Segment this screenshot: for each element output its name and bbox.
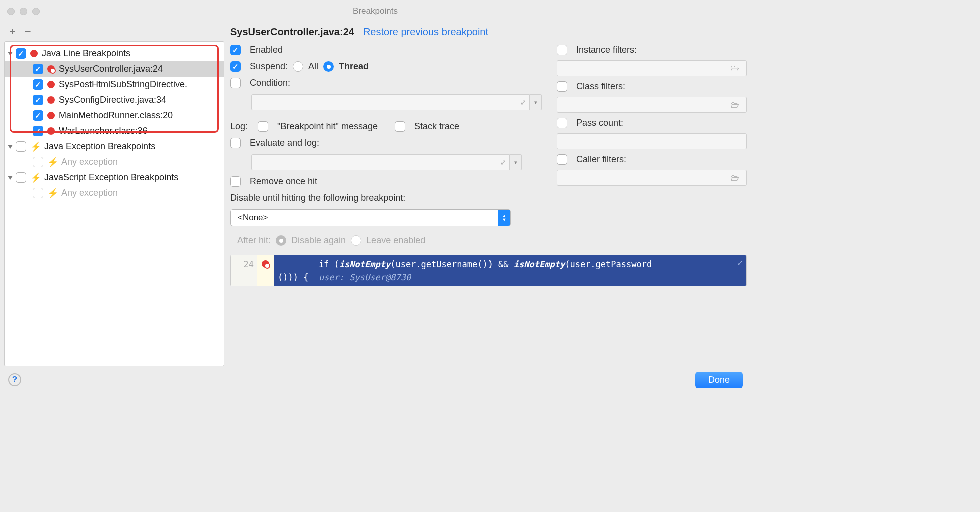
suspend-row: Suspend: All Thread bbox=[230, 61, 542, 72]
remove-breakpoint-button[interactable]: − bbox=[25, 25, 31, 38]
eval-checkbox[interactable] bbox=[230, 138, 241, 148]
after-hit-row: After hit: Disable again Leave enabled bbox=[230, 235, 542, 246]
caller-filters-checkbox[interactable] bbox=[557, 154, 567, 165]
breakpoints-tree[interactable]: Java Line Breakpoints SysUserController.… bbox=[4, 41, 224, 366]
instance-filters-checkbox[interactable] bbox=[557, 45, 567, 55]
expand-icon[interactable]: ⤢ bbox=[737, 259, 743, 267]
item-label: MainMethodRunner.class:20 bbox=[59, 110, 173, 121]
lightning-icon: ⚡ bbox=[47, 157, 58, 168]
disclosure-icon[interactable] bbox=[8, 145, 13, 149]
tree-item[interactable]: SysConfigDirective.java:34 bbox=[5, 92, 224, 108]
item-checkbox[interactable] bbox=[33, 126, 43, 136]
disclosure-icon[interactable] bbox=[8, 176, 13, 180]
code-line: ())) { user: SysUser@8730 bbox=[278, 271, 742, 284]
remove-once-checkbox[interactable] bbox=[230, 176, 241, 187]
group-checkbox[interactable] bbox=[16, 141, 26, 152]
caller-filters-field[interactable]: 🗁 bbox=[557, 170, 747, 186]
enabled-label: Enabled bbox=[250, 45, 283, 55]
suspend-all-radio[interactable] bbox=[293, 61, 303, 72]
tree-group-java-exception[interactable]: ⚡ Java Exception Breakpoints bbox=[5, 139, 224, 154]
instance-filters-field[interactable]: 🗁 bbox=[557, 60, 747, 76]
titlebar: Breakpoints bbox=[0, 0, 751, 22]
add-breakpoint-button[interactable]: + bbox=[9, 25, 16, 38]
log-stack-label: Stack trace bbox=[414, 121, 459, 132]
suspend-checkbox[interactable] bbox=[230, 61, 241, 72]
lightning-icon: ⚡ bbox=[30, 141, 41, 152]
after-hit-disable-radio bbox=[276, 235, 286, 246]
breakpoint-icon bbox=[47, 81, 55, 88]
disable-until-value: <None> bbox=[238, 213, 268, 223]
disable-until-combo[interactable]: <None> ▲▼ bbox=[230, 209, 511, 226]
condition-row: Condition: bbox=[230, 78, 542, 88]
remove-once-row: Remove once hit bbox=[230, 176, 542, 187]
suspend-thread-label: Thread bbox=[339, 61, 369, 72]
class-filters-checkbox[interactable] bbox=[557, 81, 567, 92]
expand-icon[interactable]: ⤢ bbox=[500, 158, 506, 166]
item-label: SysPostHtmlSubStringDirective. bbox=[59, 79, 187, 90]
folder-icon[interactable]: 🗁 bbox=[726, 63, 743, 74]
window-title: Breakpoints bbox=[0, 6, 751, 16]
breakpoint-muted-icon[interactable] bbox=[262, 260, 269, 268]
tree-group-java-line[interactable]: Java Line Breakpoints bbox=[5, 46, 224, 61]
restore-link[interactable]: Restore previous breakpoint bbox=[363, 26, 488, 38]
code-line: if (isNotEmpty(user.getUsername()) && is… bbox=[278, 258, 742, 271]
disable-until-label: Disable until hitting the following brea… bbox=[230, 193, 542, 203]
tree-toolbar: + − bbox=[4, 22, 224, 41]
folder-icon[interactable]: 🗁 bbox=[726, 100, 743, 110]
after-hit-leave-radio bbox=[351, 235, 361, 246]
pass-count-row: Pass count: bbox=[557, 118, 747, 128]
item-checkbox[interactable] bbox=[33, 95, 43, 105]
folder-icon[interactable]: 🗁 bbox=[726, 173, 743, 183]
breakpoint-icon bbox=[47, 96, 55, 104]
tree-group-js-exception[interactable]: ⚡ JavaScript Exception Breakpoints bbox=[5, 170, 224, 185]
caller-filters-label: Caller filters: bbox=[576, 154, 626, 165]
done-button[interactable]: Done bbox=[695, 372, 743, 388]
instance-filters-label: Instance filters: bbox=[576, 45, 637, 55]
enabled-checkbox[interactable] bbox=[230, 45, 241, 55]
tree-item[interactable]: ⚡ Any exception bbox=[5, 185, 224, 201]
tree-item[interactable]: ⚡ Any exception bbox=[5, 154, 224, 170]
after-hit-leave-label: Leave enabled bbox=[366, 235, 425, 246]
log-hit-checkbox[interactable] bbox=[258, 121, 268, 132]
help-button[interactable]: ? bbox=[8, 373, 21, 386]
suspend-thread-radio[interactable] bbox=[323, 61, 334, 72]
gutter: 24 bbox=[231, 255, 257, 286]
log-stack-checkbox[interactable] bbox=[395, 121, 405, 132]
eval-field[interactable]: ⤢ bbox=[251, 154, 510, 170]
condition-checkbox[interactable] bbox=[230, 78, 241, 88]
tree-item[interactable]: SysUserController.java:24 bbox=[5, 61, 224, 77]
group-label: Java Line Breakpoints bbox=[42, 48, 130, 59]
item-checkbox[interactable] bbox=[33, 79, 43, 90]
condition-field[interactable]: ⤢ bbox=[251, 94, 530, 110]
expand-icon[interactable]: ⤢ bbox=[520, 98, 526, 106]
condition-history-dropdown[interactable]: ▾ bbox=[530, 94, 542, 110]
item-label: WarLauncher.class:36 bbox=[59, 126, 147, 136]
item-checkbox[interactable] bbox=[33, 157, 43, 167]
group-checkbox[interactable] bbox=[16, 172, 26, 183]
item-checkbox[interactable] bbox=[33, 64, 43, 74]
item-label: SysUserController.java:24 bbox=[59, 64, 163, 74]
lightning-icon: ⚡ bbox=[47, 188, 58, 199]
breakpoint-title: SysUserController.java:24 bbox=[230, 26, 354, 38]
tree-item[interactable]: MainMethodRunner.class:20 bbox=[5, 108, 224, 123]
class-filters-field[interactable]: 🗁 bbox=[557, 97, 747, 113]
suspend-label: Suspend: bbox=[250, 61, 288, 72]
class-filters-row: Class filters: bbox=[557, 81, 747, 92]
instance-filters-row: Instance filters: bbox=[557, 45, 747, 55]
after-hit-disable-label: Disable again bbox=[291, 235, 346, 246]
pass-count-checkbox[interactable] bbox=[557, 118, 567, 128]
detail-panel: SysUserController.java:24 Restore previo… bbox=[230, 22, 747, 366]
item-checkbox[interactable] bbox=[33, 188, 43, 198]
left-column: + − Java Line Breakpoints bbox=[4, 22, 224, 366]
log-hit-label: "Breakpoint hit" message bbox=[277, 121, 378, 132]
tree-item[interactable]: WarLauncher.class:36 bbox=[5, 123, 224, 139]
suspend-all-label: All bbox=[308, 61, 318, 72]
tree-item[interactable]: SysPostHtmlSubStringDirective. bbox=[5, 77, 224, 92]
item-label: SysConfigDirective.java:34 bbox=[59, 95, 166, 105]
log-label: Log: bbox=[230, 121, 248, 132]
group-checkbox[interactable] bbox=[16, 48, 26, 59]
pass-count-field[interactable] bbox=[557, 133, 747, 149]
disclosure-icon[interactable] bbox=[8, 52, 13, 56]
eval-history-dropdown[interactable]: ▾ bbox=[510, 154, 522, 170]
item-checkbox[interactable] bbox=[33, 110, 43, 121]
